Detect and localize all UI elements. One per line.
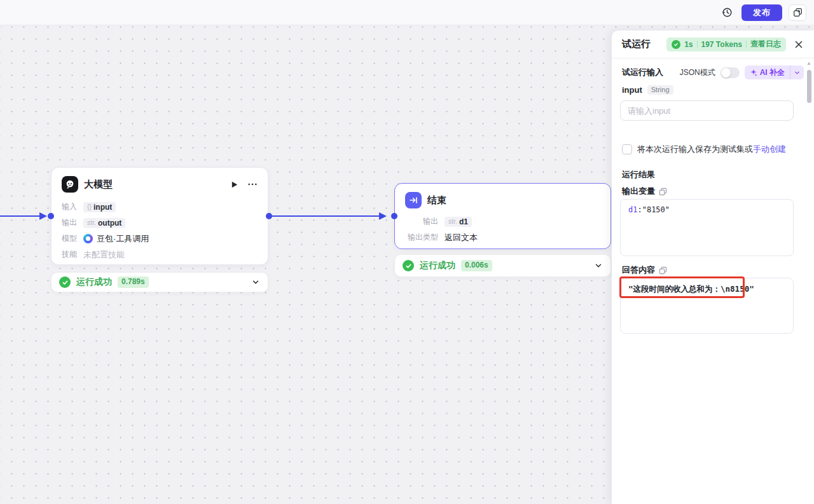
- scrollbar-up-arrow[interactable]: ▲: [806, 61, 811, 66]
- copy-icon[interactable]: [659, 187, 667, 196]
- end-output-label: 输出: [405, 216, 438, 227]
- panel-scrollbar[interactable]: [807, 70, 811, 103]
- answer-label: 回答内容: [622, 264, 655, 276]
- history-icon[interactable]: [719, 4, 735, 21]
- open-windows-icon[interactable]: [789, 4, 806, 21]
- llm-skill-row: 技能 未配置技能: [52, 247, 268, 262]
- view-logs-link[interactable]: 查看日志: [750, 39, 781, 50]
- llm-model-row: 模型 豆包·工具调用: [52, 231, 268, 247]
- json-mode-toggle[interactable]: [721, 67, 740, 78]
- manual-create-link[interactable]: 手动创建: [753, 144, 786, 155]
- llm-output-pill: str. output: [83, 218, 125, 228]
- success-check-icon: [403, 260, 414, 271]
- output-value: :"8150": [637, 205, 670, 214]
- llm-status-label: 运行成功: [76, 276, 112, 288]
- string-type-icon: str.: [448, 218, 457, 225]
- more-icon[interactable]: [247, 180, 258, 189]
- test-input-label: 试运行输入: [622, 67, 675, 78]
- run-result-header: 运行结果: [622, 170, 804, 180]
- llm-node-title: 大模型: [84, 179, 224, 191]
- windows-glyph: [793, 8, 803, 17]
- success-check-icon: [59, 276, 71, 288]
- field-header-row: input String: [622, 84, 804, 95]
- run-result-title: 运行结果: [622, 169, 655, 180]
- ai-chevron-down-icon[interactable]: [790, 69, 804, 76]
- panel-header: 试运行 1s 197 Tokens 查看日志: [612, 31, 814, 58]
- output-key: d1: [628, 205, 637, 214]
- output-var-label: 输出变量: [622, 186, 655, 197]
- json-mode-label: JSON模式: [680, 67, 715, 78]
- llm-node-status[interactable]: 运行成功 0.789s: [51, 272, 268, 292]
- end-node-status[interactable]: 运行成功 0.006s: [394, 254, 611, 277]
- object-type-icon: {}: [87, 203, 92, 210]
- llm-input-port[interactable]: [48, 213, 54, 219]
- close-icon[interactable]: [791, 37, 806, 52]
- topbar: 发布: [0, 0, 814, 25]
- token-count: 197 Tokens: [701, 40, 742, 49]
- input-field[interactable]: [620, 100, 794, 121]
- answer-header: 回答内容: [622, 265, 804, 275]
- end-output-type-value: 返回文本: [445, 232, 478, 243]
- chevron-down-icon[interactable]: [594, 261, 603, 270]
- end-output-row: 输出 str. d1: [395, 214, 610, 229]
- llm-bot-icon: [62, 176, 78, 193]
- end-output-type-label: 输出类型: [405, 232, 438, 243]
- llm-model-label: 模型: [62, 233, 77, 244]
- input-config-row: 试运行输入 JSON模式 AI 补全: [622, 65, 804, 80]
- llm-node-header: 大模型: [52, 168, 268, 196]
- badge-divider: [697, 41, 698, 48]
- end-node-header: 结束: [395, 184, 610, 212]
- end-node-title: 结束: [427, 194, 600, 207]
- save-testset-row: 将本次运行输入保存为测试集或手动创建: [622, 144, 804, 154]
- run-time: 1s: [684, 40, 693, 49]
- doubao-model-icon: [83, 234, 93, 243]
- save-testset-checkbox[interactable]: [622, 144, 632, 154]
- output-var-header: 输出变量: [622, 186, 804, 196]
- success-check-icon: [672, 40, 680, 49]
- llm-skill-value: 未配置技能: [83, 249, 125, 261]
- field-name: input: [622, 85, 642, 95]
- clock-history-glyph: [722, 7, 733, 18]
- run-node-play-icon[interactable]: [230, 180, 238, 189]
- field-type-badge: String: [647, 85, 673, 95]
- llm-node[interactable]: 大模型 输入 {} input: [51, 167, 268, 265]
- llm-output-row: 输出 str. output: [52, 215, 268, 231]
- end-input-port[interactable]: [391, 213, 397, 219]
- answer-content-box[interactable]: "这段时间的收入总和为：\n8150": [620, 278, 794, 334]
- llm-output-port[interactable]: [266, 213, 272, 219]
- copy-icon[interactable]: [659, 266, 667, 275]
- panel-title: 试运行: [622, 38, 661, 50]
- llm-model-value: 豆包·工具调用: [83, 233, 149, 245]
- llm-input-row: 输入 {} input: [52, 199, 268, 215]
- answer-text: "这段时间的收入总和为：\n8150": [628, 284, 754, 294]
- end-status-time: 0.006s: [461, 260, 492, 271]
- llm-input-pill: {} input: [83, 202, 116, 212]
- llm-skill-label: 技能: [62, 249, 77, 260]
- sparkle-icon: [750, 69, 757, 76]
- end-node[interactable]: 结束 输出 str. d1 输出类型 返回文本: [394, 183, 611, 249]
- test-run-panel: 试运行 1s 197 Tokens 查看日志 试运行输入 JSON模式: [612, 31, 814, 504]
- ai-complete-button[interactable]: AI 补全: [745, 65, 804, 79]
- llm-input-label: 输入: [62, 201, 77, 212]
- publish-button[interactable]: 发布: [742, 4, 782, 21]
- end-output-pill: str. d1: [445, 217, 472, 227]
- app-root: 发布: [0, 0, 814, 504]
- llm-status-time: 0.789s: [118, 276, 149, 287]
- end-status-label: 运行成功: [420, 260, 455, 271]
- panel-body: 试运行输入 JSON模式 AI 补全: [612, 65, 814, 334]
- badge-divider: [746, 41, 747, 48]
- output-variables-box[interactable]: d1:"8150": [620, 199, 794, 256]
- run-summary-badge: 1s 197 Tokens 查看日志: [666, 37, 786, 51]
- string-type-icon: str.: [87, 219, 96, 226]
- llm-output-label: 输出: [62, 217, 77, 228]
- save-testset-text: 将本次运行输入保存为测试集或: [637, 144, 753, 155]
- end-node-icon: [405, 192, 422, 208]
- end-output-type-row: 输出类型 返回文本: [395, 229, 610, 245]
- chevron-down-icon[interactable]: [251, 278, 260, 287]
